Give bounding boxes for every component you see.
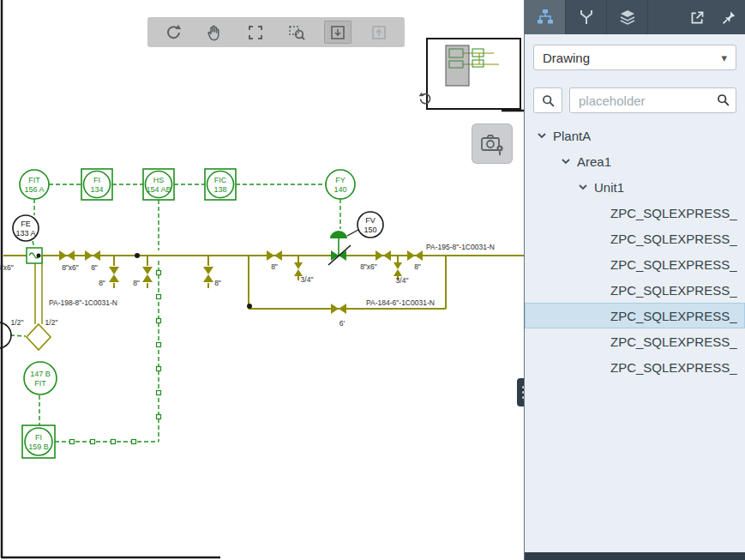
chevron-down-icon: ▾ (721, 51, 727, 64)
size-label: 8" (214, 279, 221, 287)
pipe-label: PA-184-6"-1C0031-N (366, 298, 435, 307)
tree-item-selected[interactable]: ZPC_SQLEXPRESS_ (525, 303, 745, 328)
instrument-fit-147b[interactable]: 147 B FIT (24, 362, 57, 394)
right-sidebar: Drawing ▾ PlantA Area1 (524, 0, 745, 560)
tree-item-label: ZPC_SQLEXPRESS_ (610, 360, 737, 375)
open-external-button[interactable] (682, 0, 713, 34)
instrument-number: 147 B (30, 370, 51, 378)
hand-icon (206, 24, 223, 41)
fit-view-icon (247, 24, 264, 41)
drawing-canvas[interactable]: FIT 156 A FI 134 HS 154 AB FIC 138 (0, 0, 524, 560)
instrument-number: 159 B (28, 443, 49, 451)
instrument-hs-154ab[interactable]: HS 154 AB (143, 169, 174, 200)
open-external-icon (689, 9, 706, 26)
hierarchy-icon (536, 8, 555, 27)
size-label: 8"x6" (360, 262, 377, 271)
panel-splitter-handle[interactable] (517, 378, 524, 406)
snapshot-button[interactable] (472, 124, 512, 163)
minimap-viewport[interactable] (446, 45, 469, 86)
instrument-fic-138[interactable]: FIC 138 (205, 169, 236, 200)
layers-icon (618, 8, 637, 27)
tree-item[interactable]: ZPC_SQLEXPRESS_ (525, 277, 745, 303)
instrument-number: 140 (333, 185, 346, 194)
mode-dropdown-value: Drawing (543, 51, 590, 65)
instrument-fi-159b[interactable]: FI 159 B (22, 425, 55, 458)
app-root: FIT 156 A FI 134 HS 154 AB FIC 138 (0, 0, 745, 560)
instrument-tag: FIT (34, 379, 46, 388)
sidebar-tabbar (525, 0, 745, 34)
instrument-fi-134[interactable]: FI 134 (81, 169, 112, 200)
canvas-toolbar (147, 17, 405, 47)
size-label: 1/2" (45, 318, 58, 327)
tree-item[interactable]: ZPC_SQLEXPRESS_ (525, 251, 745, 277)
zoom-window-button[interactable] (283, 21, 310, 44)
instrument-fit-156a[interactable]: FIT 156 A (20, 170, 49, 199)
chevron-down-icon[interactable] (578, 182, 588, 192)
instrument-number: 150 (363, 226, 376, 234)
tab-layers[interactable] (607, 0, 648, 34)
tree-item-label: ZPC_SQLEXPRESS_ (610, 283, 737, 298)
tree-node-area[interactable]: Area1 (525, 148, 745, 174)
size-label: 8" (271, 262, 278, 271)
control-valve-fv150[interactable] (328, 230, 358, 265)
size-label: 8"x6" (62, 263, 79, 272)
previous-view-button[interactable] (365, 21, 393, 44)
instrument-tag: FIC (214, 176, 227, 184)
link-beads (70, 271, 161, 444)
tab-branch[interactable] (566, 0, 607, 34)
chevron-down-icon[interactable] (537, 130, 547, 141)
instrument-fy-140[interactable]: FY 140 (326, 170, 355, 199)
pipe-label: PA-195-8"-1C0031-N (426, 243, 495, 251)
process-lines[interactable] (3, 256, 524, 324)
size-label: 3/4" (301, 275, 314, 284)
size-label: 8" (414, 262, 421, 271)
tree-item-label: ZPC_SQLEXPRESS_ (610, 309, 737, 323)
tree-item[interactable]: ZPC_SQLEXPRESS_ (525, 354, 745, 380)
instrument-number: 154 AB (146, 185, 171, 194)
advanced-search-button[interactable] (533, 87, 562, 113)
reset-rotation-button[interactable] (417, 91, 435, 109)
overview-minimap[interactable] (426, 38, 521, 110)
tree-node-plant[interactable]: PlantA (525, 123, 745, 148)
tree-item-label: ZPC_SQLEXPRESS_ (610, 257, 737, 272)
instrument-number: 134 (90, 185, 103, 194)
zoom-window-icon (288, 24, 305, 41)
pin-panel-button[interactable] (713, 0, 745, 34)
instrument-fv-150[interactable]: FV 150 (357, 212, 383, 238)
hierarchy-tree: PlantA Area1 Unit1 ZPC_SQLEXPRESS_ ZPC_S… (525, 123, 745, 552)
fit-view-button[interactable] (242, 21, 269, 44)
tree-item[interactable]: ZPC_SQLEXPRESS_ (525, 200, 745, 226)
tree-node-unit[interactable]: Unit1 (525, 174, 745, 200)
size-label: 8" (91, 263, 98, 272)
instrument-tag: FV (365, 216, 376, 225)
signal-lines[interactable] (10, 184, 340, 442)
reset-rotation-icon (418, 92, 433, 106)
relief-diamond[interactable] (27, 324, 51, 350)
search-icon (716, 93, 730, 107)
instrument-number: 138 (213, 185, 226, 194)
tabbar-spacer (648, 0, 682, 34)
instrument-tag: HS (153, 176, 165, 184)
tree-node-label: PlantA (553, 129, 591, 143)
size-label: 1/2" (11, 318, 24, 327)
instrument-number: 156 A (24, 185, 44, 194)
search-input[interactable] (569, 87, 736, 113)
instrument-fe-133a[interactable]: FE 133 A (13, 215, 39, 241)
sidebar-bottom-bar (525, 552, 745, 560)
pipe-line-labels: PA-195-8"-1C0031-N PA-198-8"-1C0031-N PA… (49, 243, 495, 307)
rotate-button[interactable] (159, 21, 187, 44)
size-label: 8" (99, 279, 105, 287)
size-label: 6' (339, 319, 345, 328)
size-label: 8"x6" (0, 263, 14, 272)
tree-item[interactable]: ZPC_SQLEXPRESS_ (525, 226, 745, 251)
branch-icon (577, 8, 596, 27)
save-view-button[interactable] (324, 21, 351, 44)
mode-dropdown[interactable]: Drawing ▾ (533, 45, 736, 70)
tree-item[interactable]: ZPC_SQLEXPRESS_ (525, 328, 745, 354)
camera-location-icon (479, 131, 505, 157)
pan-button[interactable] (201, 21, 228, 44)
tree-item-label: ZPC_SQLEXPRESS_ (610, 206, 737, 220)
tab-hierarchy[interactable] (525, 0, 566, 34)
instrument-tag: FIT (28, 176, 40, 184)
chevron-down-icon[interactable] (561, 156, 571, 166)
